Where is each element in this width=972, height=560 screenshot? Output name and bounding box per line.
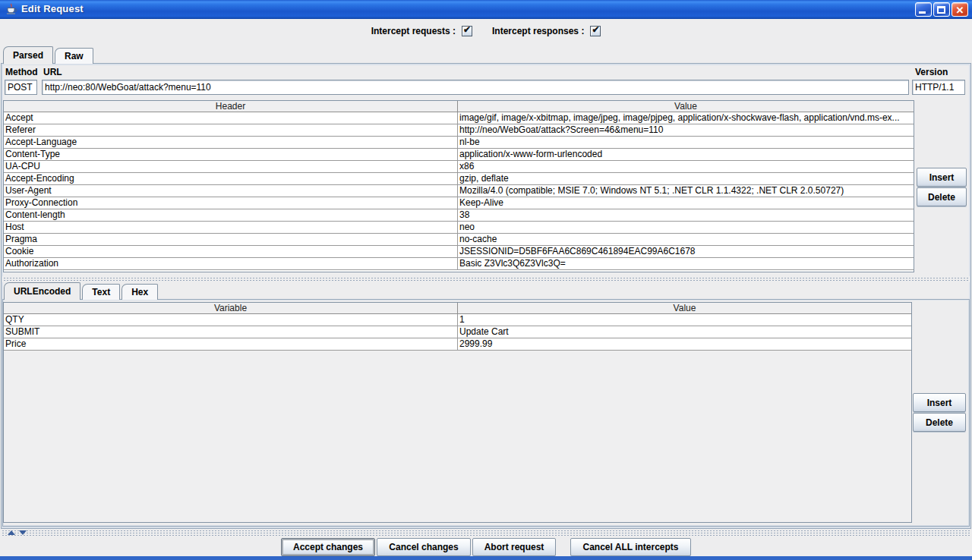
cancel-all-intercepts-button[interactable]: Cancel ALL intercepts <box>570 538 691 556</box>
table-row[interactable]: User-AgentMozilla/4.0 (compatible; MSIE … <box>4 185 914 197</box>
version-input[interactable] <box>912 80 965 95</box>
window-bottom-border <box>0 556 972 560</box>
table-row[interactable]: AuthorizationBasic Z3Vlc3Q6Z3Vlc3Q= <box>4 258 914 270</box>
table-cell[interactable]: http://neo/WebGoat/attack?Screen=46&menu… <box>458 124 914 136</box>
table-cell[interactable]: QTY <box>4 314 458 326</box>
split-divider-top[interactable] <box>2 276 970 282</box>
table-cell[interactable]: Accept <box>4 112 458 124</box>
table-cell[interactable]: Authorization <box>4 258 458 269</box>
intercept-requests-checkbox[interactable] <box>462 26 472 36</box>
table-cell[interactable]: x86 <box>458 161 914 172</box>
window-title: Edit Request <box>21 3 84 14</box>
table-cell[interactable]: Accept-Language <box>4 137 458 148</box>
table-cell[interactable]: nl-be <box>458 137 914 148</box>
accept-changes-button[interactable]: Accept changes <box>281 538 375 556</box>
table-cell[interactable]: Content-Type <box>4 149 458 160</box>
intercept-responses-checkbox[interactable] <box>590 26 601 36</box>
table-row[interactable]: Pragmano-cache <box>4 234 914 246</box>
headers-insert-button[interactable]: Insert <box>917 168 967 187</box>
table-cell[interactable]: Pragma <box>4 234 458 245</box>
collapse-up-icon[interactable] <box>8 530 15 535</box>
column-header[interactable]: Variable <box>4 303 458 313</box>
table-cell[interactable]: 2999.99 <box>458 338 911 350</box>
method-label: Method <box>5 67 38 77</box>
intercept-responses-label: Intercept responses : <box>492 26 584 36</box>
table-cell[interactable]: Host <box>4 222 458 233</box>
table-cell[interactable]: neo <box>458 222 914 233</box>
table-cell[interactable]: SUBMIT <box>4 326 458 338</box>
url-label: URL <box>43 67 62 77</box>
table-row[interactable]: Accept-Encodinggzip, deflate <box>4 173 914 185</box>
column-header[interactable]: Header <box>4 101 458 112</box>
table-row[interactable]: Proxy-ConnectionKeep-Alive <box>4 197 914 209</box>
table-cell[interactable]: gzip, deflate <box>458 173 914 184</box>
headers-table: HeaderValueAcceptimage/gif, image/x-xbit… <box>3 100 914 272</box>
table-cell[interactable]: Cookie <box>4 246 458 257</box>
params-delete-button[interactable]: Delete <box>913 413 966 432</box>
intercept-options-bar: Intercept requests : Intercept responses… <box>0 19 972 43</box>
table-row[interactable]: UA-CPUx86 <box>4 161 914 173</box>
table-row[interactable]: QTY1 <box>4 314 911 326</box>
url-input[interactable] <box>42 80 909 95</box>
table-cell[interactable]: User-Agent <box>4 185 458 197</box>
table-row[interactable]: Refererhttp://neo/WebGoat/attack?Screen=… <box>4 124 914 137</box>
java-cup-icon[interactable] <box>5 3 17 16</box>
table-cell[interactable]: Price <box>4 338 458 350</box>
table-row[interactable]: Hostneo <box>4 222 914 234</box>
table-cell[interactable]: Content-length <box>4 209 458 221</box>
collapse-down-icon[interactable] <box>19 530 27 535</box>
tab-text[interactable]: Text <box>82 284 120 300</box>
intercept-requests-label: Intercept requests : <box>371 26 456 36</box>
cancel-changes-button[interactable]: Cancel changes <box>377 538 471 556</box>
titlebar[interactable]: Edit Request ✕ <box>0 0 972 19</box>
table-cell[interactable]: application/x-www-form-urlencoded <box>458 149 914 160</box>
request-view-tabs: Parsed Raw <box>3 46 93 64</box>
table-row[interactable]: CookieJSESSIONID=D5BF6FAA6C869C461894EAC… <box>4 246 914 258</box>
table-cell[interactable]: Referer <box>4 124 458 136</box>
table-cell[interactable]: image/gif, image/x-xbitmap, image/jpeg, … <box>458 112 914 124</box>
table-cell[interactable]: Mozilla/4.0 (compatible; MSIE 7.0; Windo… <box>458 185 914 197</box>
table-cell[interactable]: no-cache <box>458 234 914 245</box>
table-row[interactable]: SUBMITUpdate Cart <box>4 326 911 338</box>
column-header[interactable]: Value <box>458 303 911 313</box>
abort-request-button[interactable]: Abort request <box>472 538 556 556</box>
table-cell[interactable]: 38 <box>458 209 914 221</box>
table-cell[interactable]: Proxy-Connection <box>4 197 458 209</box>
table-header-row: HeaderValue <box>4 101 914 112</box>
table-row[interactable]: Accept-Languagenl-be <box>4 137 914 149</box>
tab-hex[interactable]: Hex <box>122 284 158 300</box>
params-insert-button[interactable]: Insert <box>913 393 966 412</box>
table-cell[interactable]: Accept-Encoding <box>4 173 458 184</box>
split-divider-bottom[interactable] <box>1 529 971 536</box>
content-view-tabs: URLEncoded Text Hex <box>4 282 158 300</box>
tab-parsed[interactable]: Parsed <box>3 46 53 64</box>
close-icon[interactable]: ✕ <box>951 2 968 17</box>
table-row[interactable]: Acceptimage/gif, image/x-xbitmap, image/… <box>4 112 914 124</box>
table-cell[interactable]: Basic Z3Vlc3Q6Z3Vlc3Q= <box>458 258 914 269</box>
table-row[interactable]: Price2999.99 <box>4 338 911 351</box>
table-cell[interactable]: JSESSIONID=D5BF6FAA6C869C461894EAC99A6C1… <box>458 246 914 257</box>
table-cell[interactable]: 1 <box>458 314 911 326</box>
version-label: Version <box>915 67 948 77</box>
maximize-icon[interactable] <box>933 2 950 17</box>
column-header[interactable]: Value <box>458 101 914 112</box>
headers-delete-button[interactable]: Delete <box>917 187 967 206</box>
minimize-icon[interactable] <box>915 2 932 17</box>
edit-request-window: Edit Request ✕ Intercept requests : Inte… <box>0 0 972 560</box>
params-table: VariableValueQTY1SUBMITUpdate CartPrice2… <box>3 302 912 523</box>
table-cell[interactable]: UA-CPU <box>4 161 458 172</box>
tab-urlencoded[interactable]: URLEncoded <box>4 282 80 300</box>
method-input[interactable] <box>5 80 37 95</box>
footer-button-bar: Accept changes Cancel changes Abort requ… <box>0 536 972 556</box>
table-header-row: VariableValue <box>4 303 911 314</box>
table-cell[interactable]: Keep-Alive <box>458 197 914 209</box>
table-row[interactable]: Content-length38 <box>4 209 914 222</box>
tab-raw[interactable]: Raw <box>55 48 93 64</box>
table-row[interactable]: Content-Typeapplication/x-www-form-urlen… <box>4 149 914 161</box>
table-cell[interactable]: Update Cart <box>458 326 911 338</box>
